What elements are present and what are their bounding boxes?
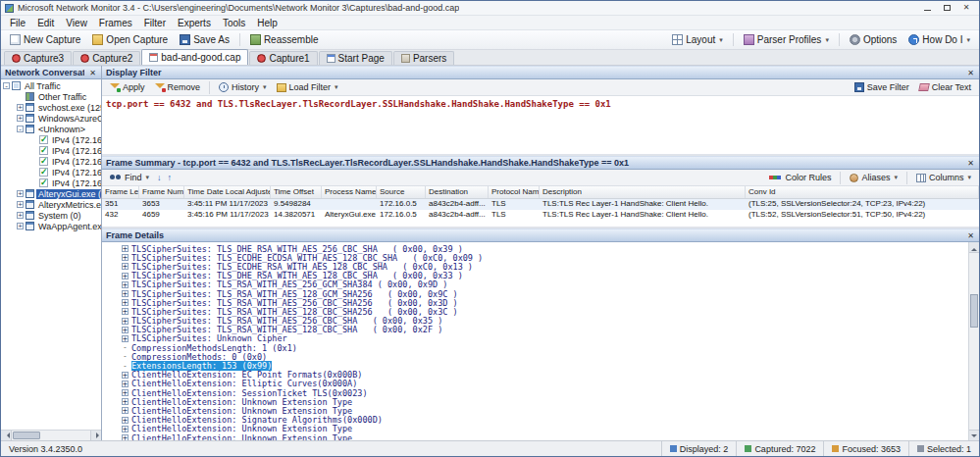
detail-expand-toggle[interactable]: + (122, 389, 129, 396)
capture-tab[interactable]: Capture2 (73, 51, 140, 65)
display-filter-input[interactable]: tcp.port == 6432 and TLS.TlsRecLayer.Tls… (102, 96, 979, 154)
reassemble-button[interactable]: Reassemble (245, 32, 324, 47)
save-filter-button[interactable]: Save Filter (851, 81, 913, 93)
tree-expand-toggle[interactable] (30, 179, 37, 186)
scroll-down-button[interactable] (969, 430, 979, 440)
capture-tab[interactable]: bad-and-good.cap (141, 49, 248, 65)
close-panel-button[interactable]: ✕ (966, 231, 975, 240)
column-header[interactable]: Description (540, 186, 746, 198)
apply-filter-button[interactable]: Apply (106, 81, 149, 93)
horizontal-scrollbar[interactable] (1, 430, 101, 440)
frame-summary-row[interactable]: 432 4659 3:45:16 PM 11/17/2023 14.382057… (102, 210, 979, 221)
detail-expand-toggle[interactable]: + (122, 407, 129, 414)
scroll-thumb[interactable] (970, 294, 978, 328)
close-button[interactable]: ✕ (957, 2, 975, 14)
conversation-tree-item[interactable]: IPv4 (172.16.0.5... (1, 178, 101, 188)
color-rules-button[interactable]: Color Rules (765, 172, 835, 183)
conversation-tree-item[interactable]: + System (0) (1, 210, 101, 221)
menu-item[interactable]: Help (251, 17, 284, 29)
detail-expand-toggle[interactable]: + (122, 263, 129, 270)
detail-expand-toggle[interactable]: - (122, 344, 129, 351)
frame-summary-row[interactable]: 351 3653 3:45:11 PM 11/17/2023 9.5498284… (102, 199, 979, 210)
detail-expand-toggle[interactable]: + (122, 245, 129, 252)
tree-expand-toggle[interactable]: - (17, 126, 24, 132)
column-header[interactable]: Source (377, 186, 426, 198)
conversation-tree-item[interactable]: IPv4 (172.16.0.5... (1, 145, 101, 156)
tree-expand-toggle[interactable] (30, 169, 37, 176)
options-button[interactable]: Options (845, 32, 902, 47)
frame-detail-line[interactable]: + ClientHelloExtension: Unknown Extensio… (102, 433, 967, 440)
column-header[interactable]: Protocol Name (489, 186, 540, 198)
aliases-button[interactable]: Aliases ▾ (846, 172, 902, 183)
layout-button[interactable]: Layout ▾ (667, 32, 728, 47)
tree-expand-toggle[interactable] (17, 93, 24, 100)
column-header[interactable]: Frame Number (139, 186, 184, 198)
history-button[interactable]: History ▾ (215, 81, 271, 93)
minimize-button[interactable] (918, 2, 936, 14)
conversation-tree-item[interactable]: + WindowsAzureGuestA... (1, 113, 101, 124)
menu-item[interactable]: Filter (138, 17, 172, 29)
column-header[interactable]: Frame Length (102, 186, 139, 198)
tree-expand-toggle[interactable]: + (17, 104, 24, 111)
scroll-right-button[interactable] (90, 431, 101, 440)
menu-item[interactable]: View (60, 17, 93, 29)
menu-item[interactable]: Tools (217, 17, 251, 29)
conversation-tree-item[interactable]: + WaAppAgent.exe (35... (1, 221, 101, 231)
menu-item[interactable]: Experts (172, 17, 217, 29)
clear-text-button[interactable]: Clear Text (915, 81, 975, 93)
detail-expand-toggle[interactable]: + (122, 318, 129, 325)
tree-expand-toggle[interactable]: + (17, 201, 24, 208)
load-filter-button[interactable]: Load Filter ▾ (273, 81, 342, 93)
details-vertical-scrollbar[interactable] (968, 242, 979, 440)
open-capture-button[interactable]: Open Capture (87, 32, 173, 47)
scroll-thumb[interactable] (13, 432, 40, 439)
maximize-button[interactable] (938, 2, 955, 14)
conversation-tree-item[interactable]: - <Unknown> (1, 124, 101, 134)
detail-expand-toggle[interactable]: + (122, 327, 129, 333)
detail-expand-toggle[interactable]: + (122, 299, 129, 306)
detail-expand-toggle[interactable]: + (122, 417, 129, 424)
close-panel-button[interactable]: ✕ (88, 69, 97, 77)
scroll-left-button[interactable] (1, 431, 12, 440)
detail-expand-toggle[interactable]: + (122, 273, 129, 279)
conversation-tree-item[interactable]: Other Traffic (1, 91, 101, 102)
conversation-tree-item[interactable]: - All Traffic (1, 80, 101, 91)
column-header[interactable]: Process Name (322, 186, 377, 198)
tree-expand-toggle[interactable]: + (17, 223, 24, 229)
tree-expand-toggle[interactable]: + (17, 212, 24, 219)
menu-item[interactable]: Frames (93, 17, 138, 29)
capture-tab[interactable]: Capture1 (249, 51, 317, 65)
detail-expand-toggle[interactable]: + (122, 426, 129, 432)
new-capture-button[interactable]: New Capture (5, 32, 85, 47)
detail-expand-toggle[interactable]: - (122, 363, 129, 370)
remove-filter-button[interactable]: Remove (151, 81, 205, 93)
column-header[interactable]: Conv Id (746, 186, 979, 198)
close-panel-button[interactable]: ✕ (966, 159, 975, 168)
parser-profiles-button[interactable]: Parser Profiles ▾ (739, 32, 834, 47)
tree-expand-toggle[interactable] (30, 136, 37, 143)
tree-expand-toggle[interactable]: + (17, 190, 24, 197)
save-as-button[interactable]: Save As (175, 32, 234, 47)
menu-item[interactable]: File (4, 17, 31, 29)
tree-expand-toggle[interactable]: - (3, 82, 10, 89)
find-previous-button[interactable]: ↑ (166, 173, 175, 182)
conversation-tree-item[interactable]: + svchost.exe (1252) (1, 102, 101, 113)
conversation-tree-item[interactable]: IPv4 (172.16.0.5... (1, 156, 101, 167)
conversation-tree-item[interactable]: + AlteryxGui.exe (7040) (1, 188, 101, 199)
find-button[interactable]: Find ▾ (106, 172, 153, 183)
capture-tab[interactable]: Parsers (393, 51, 454, 65)
capture-tab[interactable]: Start Page (319, 51, 392, 65)
detail-expand-toggle[interactable]: - (122, 353, 129, 360)
detail-expand-toggle[interactable]: + (122, 281, 129, 288)
close-panel-button[interactable]: ✕ (966, 69, 975, 77)
detail-expand-toggle[interactable]: + (122, 372, 129, 379)
how-do-i-button[interactable]: How Do I ▾ (903, 32, 975, 47)
column-header[interactable]: Time Offset (271, 186, 322, 198)
conversation-tree-item[interactable]: IPv4 (172.16.0.5... (1, 167, 101, 178)
detail-expand-toggle[interactable]: + (122, 308, 129, 315)
column-header[interactable]: Destination (426, 186, 489, 198)
capture-tab[interactable]: Capture3 (4, 51, 72, 65)
tree-expand-toggle[interactable]: + (17, 115, 24, 122)
columns-button[interactable]: Columns ▾ (912, 172, 975, 183)
detail-expand-toggle[interactable]: + (122, 254, 129, 261)
